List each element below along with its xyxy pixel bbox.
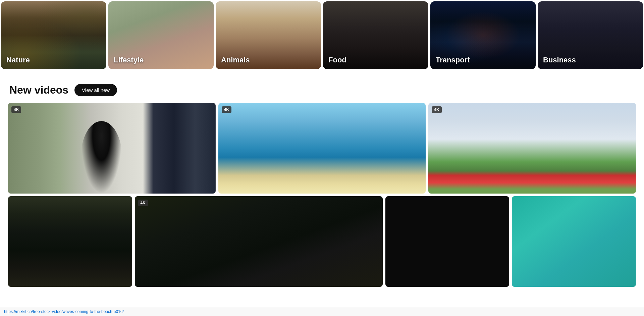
video-thumb-v4 xyxy=(8,196,132,287)
category-transport[interactable]: Transport xyxy=(430,1,536,69)
video-thumb-v2 xyxy=(218,103,426,194)
section-header: New videos View all new xyxy=(0,81,644,103)
view-all-button[interactable]: View all new xyxy=(74,84,117,96)
badge-4k-v5: 4K xyxy=(138,200,148,206)
video-thumb-v5 xyxy=(135,196,383,287)
section-title: New videos xyxy=(9,84,68,96)
video-card-v6[interactable] xyxy=(385,196,509,287)
category-label-animals: Animals xyxy=(221,56,250,64)
video-thumb-v1 xyxy=(8,103,216,194)
category-label-food: Food xyxy=(328,56,346,64)
badge-4k-v1: 4K xyxy=(11,106,21,113)
category-label-transport: Transport xyxy=(436,56,470,64)
videos-grid: 4K4K4K 4K xyxy=(0,103,644,287)
video-card-v3[interactable]: 4K xyxy=(428,103,636,194)
videos-row-2: 4K xyxy=(8,196,636,287)
category-lifestyle[interactable]: Lifestyle xyxy=(108,1,214,69)
category-animals[interactable]: Animals xyxy=(216,1,321,69)
video-card-v2[interactable]: 4K xyxy=(218,103,426,194)
category-nature[interactable]: Nature xyxy=(1,1,106,69)
badge-4k-v3: 4K xyxy=(432,106,441,113)
category-label-business: Business xyxy=(543,56,576,64)
video-thumb-v7 xyxy=(512,196,636,287)
category-label-nature: Nature xyxy=(6,56,30,64)
video-card-v1[interactable]: 4K xyxy=(8,103,216,194)
video-card-v5[interactable]: 4K xyxy=(135,196,383,287)
badge-4k-v2: 4K xyxy=(222,106,231,113)
video-thumb-v6 xyxy=(385,196,509,287)
categories-row: NatureLifestyleAnimalsFoodTransportBusin… xyxy=(0,0,644,70)
category-business[interactable]: Business xyxy=(538,1,643,69)
category-label-lifestyle: Lifestyle xyxy=(114,56,144,64)
video-card-v4[interactable] xyxy=(8,196,132,287)
category-food[interactable]: Food xyxy=(323,1,428,69)
video-thumb-v3 xyxy=(428,103,636,194)
video-card-v7[interactable] xyxy=(512,196,636,287)
videos-row-1: 4K4K4K xyxy=(8,103,636,194)
